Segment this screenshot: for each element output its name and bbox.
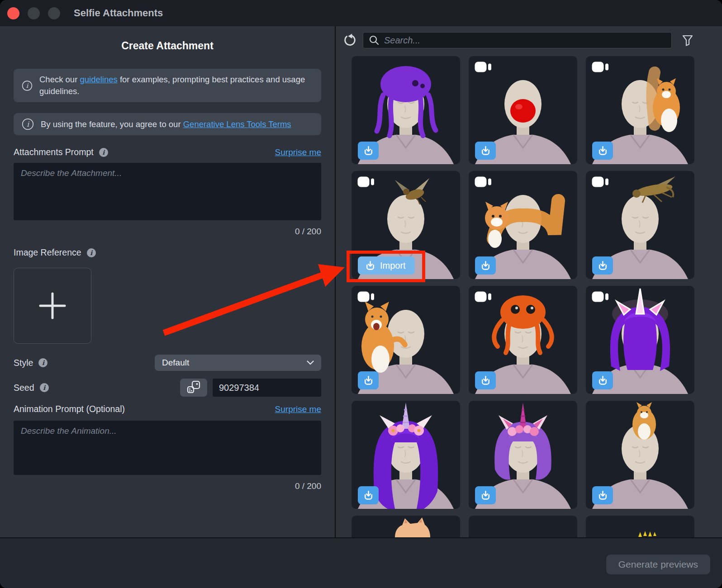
label-text: Style [14,358,33,368]
seed-input[interactable] [213,379,321,397]
attachment-card-cat-across-shoulders[interactable] [469,171,577,279]
video-badge [592,176,609,189]
download-icon [480,490,491,501]
download-button[interactable] [592,486,613,504]
filter-funnel-icon [682,34,694,46]
download-icon [363,490,374,501]
download-icon [597,260,608,271]
video-badge [475,62,492,74]
randomize-seed-button[interactable] [180,379,207,397]
create-attachment-panel: Create Attachment i Check our guidelines… [0,26,335,537]
video-camera-icon [475,62,492,72]
dice-icon [187,380,200,395]
notice-text: By using the feature, you agree to our G… [41,119,291,130]
info-icon[interactable]: i [38,358,48,367]
download-button[interactable] [592,256,613,275]
label-text: Attachments Prompt [14,147,94,157]
attachment-library-panel: Import [336,26,722,537]
download-icon [480,145,491,156]
attachment-card-gold-crown-partial[interactable] [586,516,694,537]
download-icon [597,375,608,386]
video-badge [357,291,375,304]
refresh-icon [343,33,356,47]
import-button-label: Import [380,261,406,271]
attachment-card-cat-leaping-right-shoulder[interactable] [586,56,694,164]
close-button[interactable] [7,7,19,19]
generate-previews-button[interactable]: Generate previews [606,555,710,574]
download-button[interactable] [592,371,613,389]
download-button[interactable] [475,371,496,389]
selfie-attachments-window: Selfie Attachments Create Attachment i C… [0,0,722,588]
attachment-card-wasp-above-head[interactable]: Import [352,171,460,279]
video-badge [592,291,609,304]
animation-prompt-textarea[interactable] [14,421,321,475]
style-label: Style i [14,358,48,368]
attachment-card-cat-yawning-left-shoulder[interactable] [352,286,460,394]
attachment-preview [352,516,460,537]
download-icon [597,490,608,501]
guidelines-link[interactable]: guidelines [80,75,117,84]
attachments-prompt-label: Attachments Prompt i [14,147,108,157]
notice-text-before: Check our [39,75,80,84]
download-button[interactable] [475,142,496,160]
search-input[interactable] [384,35,666,46]
attachment-card-purple-unicorn-bob-wig[interactable] [469,401,577,509]
attachments-prompt-textarea[interactable] [14,163,321,220]
info-icon[interactable]: i [40,383,49,392]
attachment-card-red-clown-nose[interactable] [469,56,577,164]
label-text: Animation Prompt (Optional) [14,404,125,414]
panel-title: Create Attachment [14,40,321,52]
info-icon[interactable]: i [99,148,108,157]
surprise-me-link-attachment[interactable]: Surprise me [275,147,321,157]
guidelines-notice: i Check our guidelines for examples, pro… [14,69,321,102]
info-icon[interactable]: i [87,248,96,257]
attachment-card-grasshopper-above-head[interactable] [586,171,694,279]
download-button[interactable] [475,486,496,504]
animation-prompt-counter: 0 / 200 [14,481,321,491]
svg-text:i: i [26,82,29,89]
download-button[interactable] [358,142,379,160]
notice-text: Check our guidelines for examples, promp… [39,74,313,97]
attachment-card-cat-ears-partial[interactable] [352,516,460,537]
search-icon [369,35,380,46]
seed-label: Seed i [14,383,49,393]
attachment-preview [586,516,694,537]
video-badge [475,176,492,189]
download-icon [597,145,608,156]
video-badge [475,291,492,304]
style-value: Default [162,358,189,368]
style-dropdown[interactable]: Default [155,355,321,371]
attachment-card-purple-unicorn-wig-glowing[interactable] [586,286,694,394]
import-button[interactable]: Import [358,256,415,275]
download-button[interactable] [358,486,379,504]
attachments-prompt-counter: 0 / 200 [14,227,321,237]
attachment-card-plain-partial[interactable] [469,516,577,537]
attachment-card-purple-unicorn-wig-flowers[interactable] [352,401,460,509]
video-camera-icon [475,291,492,302]
image-reference-upload[interactable] [14,268,91,344]
video-camera-icon [592,176,609,187]
attachment-card-cat-sitting-on-head[interactable] [586,401,694,509]
filter-button[interactable] [681,33,694,47]
download-icon [365,260,376,271]
video-camera-icon [592,291,609,302]
generative-lens-tools-terms-link[interactable]: Generative Lens Tools Terms [183,119,291,129]
attachment-grid: Import [352,56,694,537]
notice-text-before: By using the feature, you agree to our [41,119,183,129]
refresh-button[interactable] [342,33,357,47]
label-text: Seed [14,383,34,393]
zoom-button[interactable] [48,7,60,19]
attachment-preview [469,516,577,537]
attachment-card-purple-octopus-hat[interactable] [352,56,460,164]
titlebar: Selfie Attachments [0,0,722,26]
chevron-down-icon [307,360,314,365]
attachment-card-orange-octopus-hat[interactable] [469,286,577,394]
surprise-me-link-animation[interactable]: Surprise me [275,404,321,414]
download-icon [480,375,491,386]
minimize-button[interactable] [28,7,40,19]
download-button[interactable] [592,142,613,160]
download-button[interactable] [475,256,496,275]
download-button[interactable] [358,371,379,389]
info-circle-icon: i [22,118,34,130]
video-camera-icon [475,176,492,187]
